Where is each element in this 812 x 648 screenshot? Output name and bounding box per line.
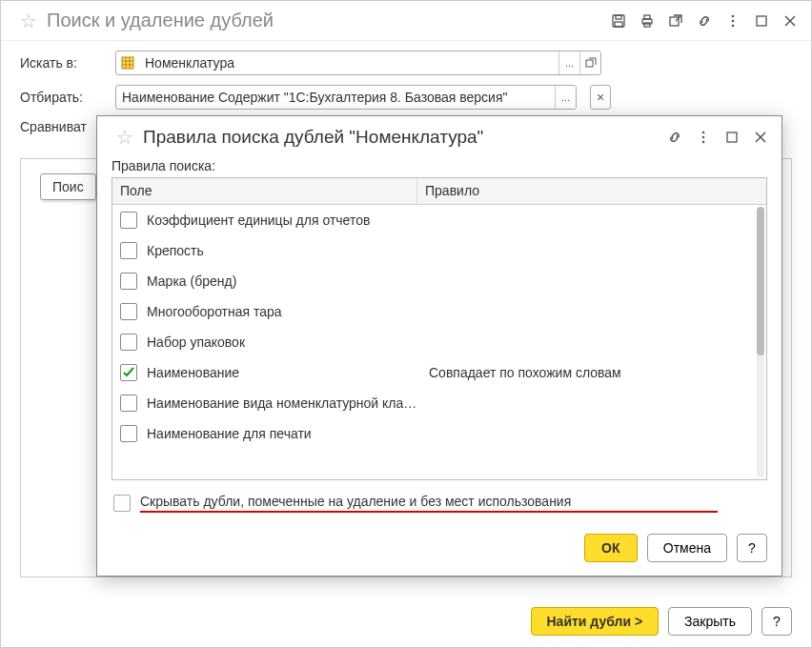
svg-rect-5	[644, 23, 650, 27]
dialog-link-icon[interactable]	[663, 126, 686, 149]
filter-ellipsis-button[interactable]: ...	[555, 86, 576, 109]
svg-rect-1	[616, 15, 621, 19]
hide-duplicates-checkbox[interactable]	[113, 495, 131, 512]
dialog-close-icon[interactable]	[749, 126, 772, 149]
svg-rect-4	[644, 15, 650, 19]
grid-rows: Коэффициент единицы для отчетовКрепостьМ…	[112, 205, 766, 479]
rules-dialog: ☆ Правила поиска дублей "Номенклатура" П…	[96, 115, 782, 577]
search-in-open-button[interactable]	[579, 51, 600, 74]
search-tab-button[interactable]: Поис	[40, 173, 96, 200]
table-row[interactable]: НаименованиеСовпадает по похожим словам	[112, 357, 766, 388]
filter-value: Наименование Содержит "1С:Бухгалтерия 8.…	[116, 90, 555, 105]
help-button[interactable]: ?	[761, 607, 792, 636]
column-rule-header[interactable]: Правило	[417, 178, 766, 204]
svg-rect-6	[670, 17, 679, 26]
filter-input[interactable]: Наименование Содержит "1С:Бухгалтерия 8.…	[115, 85, 577, 110]
filter-row: Отбирать: Наименование Содержит "1С:Бухг…	[20, 85, 792, 110]
row-field-label: Наименование вида номенклатурной кла…	[147, 395, 425, 411]
row-checkbox[interactable]	[120, 395, 137, 412]
dialog-help-button[interactable]: ?	[737, 534, 767, 562]
row-field-label: Марка (бренд)	[147, 273, 425, 289]
rules-grid: Поле Правило Коэффициент единицы для отч…	[112, 177, 767, 480]
dialog-footer: ОК Отмена ?	[97, 524, 782, 576]
table-row[interactable]: Наименование для печати	[112, 418, 766, 449]
row-field-label: Наименование	[147, 365, 425, 380]
table-row[interactable]: Крепость	[112, 235, 766, 266]
more-icon[interactable]	[721, 10, 744, 32]
row-checkbox[interactable]	[120, 425, 137, 442]
grid-header: Поле Правило	[112, 178, 766, 205]
row-field-label: Многооборотная тара	[147, 304, 425, 319]
svg-rect-20	[727, 132, 737, 142]
compare-label: Сравниват	[20, 119, 106, 134]
search-in-row: Искать в: Номенклатура ...	[20, 51, 792, 75]
row-checkbox[interactable]	[120, 364, 137, 381]
save-icon[interactable]	[607, 10, 630, 32]
dialog-star-icon[interactable]: ☆	[116, 126, 133, 149]
row-checkbox[interactable]	[120, 212, 137, 229]
rules-label: Правила поиска:	[112, 158, 767, 173]
svg-point-19	[702, 141, 705, 144]
titlebar-icons	[607, 10, 802, 32]
svg-point-7	[732, 14, 735, 17]
grid-scrollbar-thumb[interactable]	[757, 207, 764, 355]
svg-rect-11	[122, 57, 133, 69]
search-in-value: Номенклатура	[139, 55, 558, 71]
table-row[interactable]: Набор упаковок	[112, 327, 766, 357]
cancel-button[interactable]: Отмена	[647, 534, 727, 562]
link-icon[interactable]	[693, 10, 716, 32]
svg-point-8	[732, 19, 735, 22]
main-window: ☆ Поиск и удаление дублей	[0, 0, 812, 648]
row-checkbox[interactable]	[120, 334, 137, 351]
row-field-label: Крепость	[147, 243, 425, 258]
row-checkbox[interactable]	[120, 242, 137, 259]
star-icon[interactable]: ☆	[20, 10, 37, 32]
dialog-titlebar-icons	[663, 126, 772, 149]
hide-duplicates-row: Скрывать дубли, помеченные на удаление и…	[112, 480, 767, 515]
dialog-body: Правила поиска: Поле Правило Коэффициент…	[97, 158, 782, 524]
table-row[interactable]: Наименование вида номенклатурной кла…	[112, 388, 766, 418]
row-rule-label: Совпадает по похожим словам	[425, 365, 759, 380]
table-icon	[116, 56, 139, 70]
table-row[interactable]: Коэффициент единицы для отчетов	[112, 205, 766, 235]
external-icon[interactable]	[664, 10, 687, 32]
maximize-icon[interactable]	[750, 10, 773, 32]
svg-point-9	[732, 24, 735, 27]
filter-label: Отбирать:	[20, 90, 106, 105]
close-icon[interactable]	[779, 10, 802, 32]
svg-rect-16	[586, 60, 593, 67]
row-field-label: Набор упаковок	[147, 334, 425, 350]
svg-point-17	[702, 132, 705, 134]
dialog-maximize-icon[interactable]	[721, 126, 743, 149]
svg-rect-2	[615, 22, 622, 27]
search-in-label: Искать в:	[20, 55, 106, 71]
dialog-titlebar: ☆ Правила поиска дублей "Номенклатура"	[97, 116, 782, 158]
find-duplicates-button[interactable]: Найти дубли >	[531, 607, 660, 636]
svg-point-18	[702, 136, 705, 139]
search-in-input[interactable]: Номенклатура ...	[115, 51, 601, 75]
page-title: Поиск и удаление дублей	[47, 10, 607, 31]
table-row[interactable]: Марка (бренд)	[112, 266, 766, 296]
dialog-title: Правила поиска дублей "Номенклатура"	[143, 127, 663, 148]
red-underline	[140, 511, 718, 513]
main-titlebar: ☆ Поиск и удаление дублей	[1, 1, 811, 41]
column-field-header[interactable]: Поле	[112, 178, 417, 204]
dialog-more-icon[interactable]	[692, 126, 715, 149]
print-icon[interactable]	[636, 10, 659, 32]
ok-button[interactable]: ОК	[584, 534, 638, 562]
filter-clear-button[interactable]: ×	[590, 85, 611, 110]
grid-scrollbar[interactable]	[757, 207, 764, 477]
row-checkbox[interactable]	[120, 303, 137, 320]
search-in-ellipsis-button[interactable]: ...	[558, 51, 579, 74]
main-bottom-bar: Найти дубли > Закрыть ?	[531, 607, 793, 636]
svg-rect-10	[757, 16, 766, 26]
row-field-label: Коэффициент единицы для отчетов	[147, 213, 425, 228]
row-checkbox[interactable]	[120, 273, 137, 290]
row-field-label: Наименование для печати	[147, 426, 425, 441]
close-button[interactable]: Закрыть	[668, 607, 752, 636]
hide-duplicates-label: Скрывать дубли, помеченные на удаление и…	[140, 494, 767, 509]
table-row[interactable]: Многооборотная тара	[112, 296, 766, 327]
